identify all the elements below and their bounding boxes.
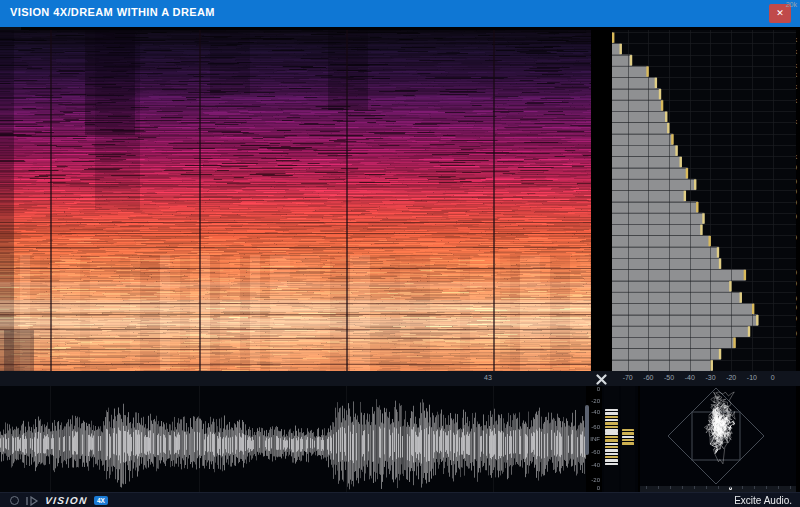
meter-segment xyxy=(605,446,618,448)
waveform-panel[interactable] xyxy=(0,386,586,492)
meter-segment xyxy=(622,439,634,441)
vision-logo: VISION xyxy=(44,494,88,507)
meter-segment xyxy=(605,443,618,445)
meter-scale-label: INF xyxy=(590,436,600,442)
plugin-window: VISION 4X/DREAM WITHIN A DREAM ✕ 20k10k8… xyxy=(0,0,800,507)
meter-segment xyxy=(622,436,634,438)
level-meter-right xyxy=(621,386,635,492)
meter-segment xyxy=(622,432,634,434)
correlation-tick xyxy=(790,486,791,489)
brand-label: Excite Audio. xyxy=(734,495,792,506)
meter-segment xyxy=(605,429,618,431)
bottom-section: 0-20-40-60INF-60-40-200 xyxy=(0,386,800,492)
spectrum-analyzer-canvas[interactable] xyxy=(612,30,796,371)
correlation-tick xyxy=(682,486,683,489)
correlation-tick xyxy=(730,486,731,489)
db-tick-label: -70 xyxy=(623,374,633,381)
db-tick-label: 0 xyxy=(771,374,775,381)
waveform-canvas[interactable] xyxy=(0,386,586,492)
meter-segment xyxy=(605,412,618,414)
meter-segment xyxy=(605,449,618,451)
db-tick-label: -50 xyxy=(664,374,674,381)
goniometer-panel[interactable] xyxy=(640,386,796,486)
correlation-tick xyxy=(694,486,695,489)
meter-scale-label: -20 xyxy=(591,477,600,483)
status-bar: VISION 4X Excite Audio. xyxy=(0,492,800,507)
meter-segment xyxy=(605,439,618,441)
close-icon: ✕ xyxy=(776,8,784,18)
meter-scale-label: 0 xyxy=(597,386,600,392)
spectrogram-canvas[interactable] xyxy=(0,30,591,371)
db-tick-label: -60 xyxy=(643,374,653,381)
meter-segment xyxy=(605,419,618,421)
meter-scale-label: -40 xyxy=(591,409,600,415)
correlation-tick xyxy=(670,486,671,489)
spectrum-analyzer-panel[interactable] xyxy=(612,30,796,371)
bar-number-label: 43 xyxy=(484,374,492,381)
meter-segment xyxy=(605,416,618,418)
meter-segment xyxy=(605,432,618,434)
correlation-tick xyxy=(658,486,659,489)
crosshair-icon xyxy=(596,374,607,385)
meter-scale-label: 0 xyxy=(597,485,600,491)
correlation-tick xyxy=(778,486,779,489)
correlation-tick xyxy=(766,486,767,489)
meter-segment xyxy=(622,429,634,431)
level-meters xyxy=(602,386,638,492)
meter-scale-label: -20 xyxy=(591,398,600,404)
meter-scale-label: -60 xyxy=(591,449,600,455)
db-tick-label: -10 xyxy=(747,374,757,381)
db-tick-label: -30 xyxy=(705,374,715,381)
meter-scale-label: -40 xyxy=(591,462,600,468)
freq-tick-label: 20k xyxy=(786,1,797,9)
meter-segment xyxy=(605,409,618,411)
window-title: VISION 4X/DREAM WITHIN A DREAM xyxy=(10,6,215,18)
meter-segment xyxy=(605,426,618,428)
correlation-tick xyxy=(742,486,743,489)
meter-segment xyxy=(605,422,618,424)
correlation-tick xyxy=(754,486,755,489)
correlation-tick xyxy=(718,486,719,489)
spectrogram-panel[interactable] xyxy=(0,30,591,371)
db-tick-label: -20 xyxy=(726,374,736,381)
goniometer-canvas[interactable] xyxy=(640,386,796,486)
meter-segment xyxy=(605,463,618,465)
level-meter-left xyxy=(604,386,619,492)
play-icon[interactable] xyxy=(25,496,39,506)
bypass-circle-icon[interactable] xyxy=(10,496,19,505)
meter-segment xyxy=(605,436,618,438)
window-titlebar[interactable]: VISION 4X/DREAM WITHIN A DREAM ✕ xyxy=(0,0,800,27)
correlation-tick xyxy=(706,486,707,489)
meter-scale-label: -60 xyxy=(591,424,600,430)
db-tick-label: -40 xyxy=(685,374,695,381)
meter-segment xyxy=(605,453,618,455)
meter-segment xyxy=(622,442,634,444)
logo-4x-badge: 4X xyxy=(94,496,108,505)
meter-segment xyxy=(605,456,618,458)
correlation-tick xyxy=(646,486,647,489)
meter-range-handle[interactable] xyxy=(585,405,589,455)
axis-strip: 43 -70-60-50-40-30-20-100 xyxy=(0,371,800,386)
meter-segment xyxy=(605,459,618,461)
reset-view-button[interactable] xyxy=(591,372,612,386)
